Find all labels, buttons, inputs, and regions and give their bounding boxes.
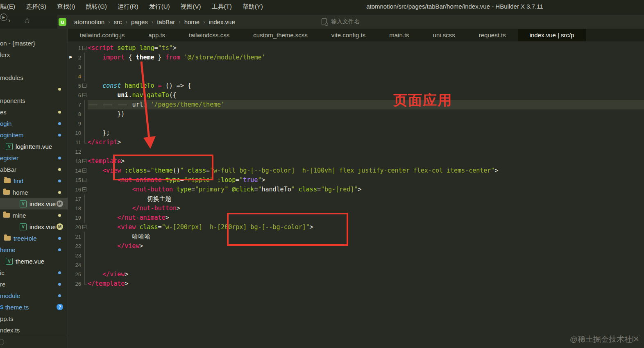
tree-item-3[interactable]: modules [0,72,68,83]
code-line-16: 16– <nut-button type="primary" @click="h… [68,185,644,194]
breadcrumb-item-home[interactable]: home [184,18,200,25]
token: class [188,167,206,174]
menu-item-1[interactable]: 选择(S) [23,2,49,11]
tree-item-19[interactable]: Vtheme.vue [0,255,68,267]
token: = [236,176,239,184]
tree-item-22[interactable]: module [0,290,68,301]
menu-item-5[interactable]: 发行(U) [146,2,173,11]
menu-item-2[interactable]: 查找(I) [54,2,78,11]
token: <template [88,157,121,165]
tree-item-16[interactable]: Vindex.vueM [0,221,68,232]
code-text: import { theme } from '@/store/module/th… [88,53,644,62]
tree-item-20[interactable]: ic [0,267,68,278]
tree-item-5[interactable]: nponents [0,95,68,106]
line-number: 7 [73,100,81,109]
tree-item-2[interactable] [0,60,68,72]
star-icon[interactable]: ☆ [24,16,30,25]
tree-item-11[interactable]: abBar [0,164,68,175]
fold-toggle-icon[interactable]: – [81,81,88,91]
tab-2[interactable]: tailwindcss.css [177,29,241,41]
tab-6[interactable]: uni.scss [421,29,467,41]
tree-item-label: mine [13,212,26,219]
tab-3[interactable]: custom_theme.scss [241,29,320,41]
fold-toggle-icon[interactable]: – [81,43,88,53]
tree-item-6[interactable]: es [0,106,68,118]
token: }; [102,129,110,136]
fold-toggle-icon[interactable]: – [81,91,88,100]
tree-item-18[interactable]: heme [0,244,68,255]
fold-toggle-icon[interactable]: – [81,223,88,232]
tab-8[interactable]: index.vue | src/p [518,29,586,41]
tree-item-23[interactable]: Stheme.ts? [0,301,68,313]
tree-item-21[interactable]: re [0,278,68,290]
token: > [173,44,177,52]
menu-item-4[interactable]: 运行(R) [115,2,141,11]
code-text: uni.navigateTo({ [88,91,644,100]
tab-1[interactable]: app.ts [136,29,177,41]
tree-item-14[interactable]: Vindex.vueM [0,198,68,209]
marker-gutter [68,147,73,157]
fold-gutter [81,251,88,260]
token [154,82,158,89]
search-placeholder: 输入文件名 [331,18,360,25]
code-line-21: 21 哈哈哈 [68,232,644,241]
tab-7[interactable]: request.ts [467,29,518,41]
menu-item-6[interactable]: 视图(V) [178,2,204,11]
breadcrumb-item-src[interactable]: src [114,18,122,25]
file-search[interactable]: 输入文件名 [322,18,360,25]
marker-gutter [68,166,73,175]
code-text: const handleTo = () => { [88,81,644,91]
tree-item-25[interactable]: ndex.ts [0,324,68,336]
code-text [88,251,644,260]
fold-toggle-icon[interactable]: – [81,157,88,166]
menu-item-8[interactable]: 帮助(Y) [240,2,266,11]
ts-file-icon: S [0,304,4,310]
run-icon[interactable]: ▶ [0,14,7,21]
token [88,242,117,250]
tree-item-label: index.vue [29,200,56,207]
token: </nut-animate [117,214,165,221]
tree-item-label: treeHole [14,235,37,242]
breadcrumb-item-index.vue[interactable]: index.vue [209,18,235,25]
tree-item-7[interactable]: ogin [0,118,68,129]
tree-item-17[interactable]: treeHole [0,232,68,244]
tab-0[interactable]: tailwind.config.js [68,29,136,41]
menu-item-7[interactable]: 工具(T) [209,2,235,11]
tree-item-label: oginItem [0,132,24,139]
tree-item-label: heme [0,246,16,253]
breadcrumb-item-atomnotion[interactable]: atomnotion [74,18,104,25]
breadcrumb-item-tabBar[interactable]: tabBar [157,18,175,25]
code-text [88,62,644,72]
tree-item-15[interactable]: mine [0,209,68,221]
tree-item-0[interactable]: on - {master} [0,37,68,49]
tree-item-8[interactable]: oginItem [0,129,68,141]
token: </script [88,139,117,146]
fold-toggle-icon[interactable]: – [81,175,88,185]
token: <nut-animate [117,176,161,184]
tree-item-12[interactable]: find [0,175,68,187]
token: const [102,82,121,89]
token: "ripple" [184,176,213,184]
code-editor[interactable]: 1–<script setup lang="ts">⚑2 import { th… [68,41,644,348]
line-number: 8 [73,109,81,119]
marker-gutter [68,119,73,128]
marker-gutter [68,109,73,119]
fold-toggle-icon[interactable]: – [81,185,88,194]
line-number: 26 [73,279,81,289]
tree-item-1[interactable]: lerx [0,49,68,60]
editor-tab-bar: tailwind.config.jsapp.tstailwindcss.cssc… [68,29,644,41]
breadcrumb-separator: › [126,19,127,25]
tree-item-10[interactable]: egister [0,152,68,164]
tree-item-24[interactable]: pp.ts [0,313,68,324]
chevron-right-icon[interactable]: › [8,17,10,24]
breadcrumb-item-pages[interactable]: pages [131,18,148,25]
menu-item-0[interactable]: 编辑(E) [0,2,18,11]
menu-item-3[interactable]: 跳转(G) [83,2,110,11]
fold-toggle-icon[interactable]: – [81,166,88,175]
token [173,186,177,193]
tab-4[interactable]: vite.config.ts [320,29,377,41]
tree-item-4[interactable] [0,83,68,95]
tree-item-9[interactable]: VloginItem.vue [0,141,68,152]
tree-item-13[interactable]: home [0,187,68,198]
tab-5[interactable]: main.ts [377,29,421,41]
